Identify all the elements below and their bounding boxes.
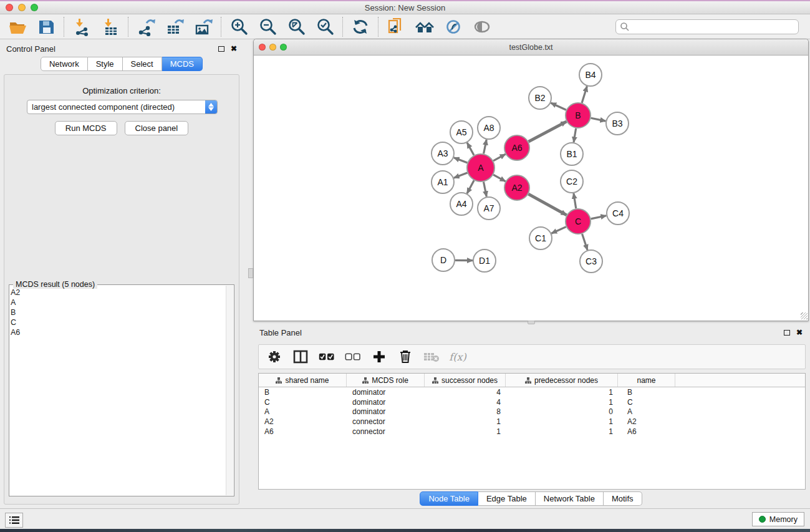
table-cell[interactable]: A6	[259, 427, 347, 436]
table-cell[interactable]: A	[259, 407, 347, 416]
show-graphics-details-icon[interactable]	[472, 17, 492, 37]
table-cell[interactable]: B	[259, 388, 347, 397]
column-header-MCDS-role[interactable]: MCDS role	[347, 374, 425, 387]
tab-motifs[interactable]: Motifs	[604, 491, 642, 506]
table-cell[interactable]: 4	[425, 388, 506, 397]
mcds-result-item[interactable]: B	[11, 307, 225, 317]
tab-style[interactable]: Style	[88, 57, 123, 71]
task-history-button[interactable]	[5, 513, 23, 528]
graph-node-A5[interactable]: A5	[450, 121, 473, 143]
tab-node-table[interactable]: Node Table	[420, 491, 478, 506]
table-cell[interactable]: 4	[425, 398, 506, 407]
optimization-select[interactable]: largest connected component (directed)	[27, 100, 218, 114]
network-titlebar[interactable]: testGlobe.txt	[254, 39, 808, 56]
table-cell[interactable]: dominator	[347, 388, 425, 397]
graph-edge-A2-C[interactable]	[528, 194, 566, 215]
column-header-shared-name[interactable]: shared name	[259, 374, 347, 387]
graph-node-B2[interactable]: B2	[529, 87, 551, 109]
export-table-icon[interactable]	[165, 17, 185, 37]
delete-column-icon[interactable]	[397, 349, 413, 365]
graph-node-B[interactable]: B	[566, 103, 591, 128]
table-cell[interactable]: connector	[347, 427, 425, 436]
graph-node-C4[interactable]: C4	[607, 202, 629, 225]
float-panel-icon[interactable]	[218, 46, 224, 52]
graph-node-C3[interactable]: C3	[580, 250, 602, 273]
table-cell[interactable]: 1	[506, 427, 618, 436]
column-header-predecessor-nodes[interactable]: predecessor nodes	[506, 374, 618, 387]
zoom-fit-icon[interactable]	[286, 17, 306, 37]
table-cell[interactable]: 1	[506, 388, 618, 397]
tab-edge-table[interactable]: Edge Table	[478, 491, 536, 506]
zoom-in-icon[interactable]	[229, 17, 249, 37]
table-row[interactable]: Adominator80A	[259, 407, 805, 417]
graph-edge-C-C4[interactable]	[591, 216, 607, 219]
close-table-panel-icon[interactable]: ✖	[796, 329, 803, 336]
mcds-result-item[interactable]: A6	[11, 327, 225, 337]
graph-edge-A-A8[interactable]	[484, 140, 487, 154]
graph-edge-B-B3[interactable]	[591, 118, 606, 121]
graph-node-D1[interactable]: D1	[473, 249, 496, 272]
close-panel-icon[interactable]: ✖	[231, 46, 237, 52]
mcds-result-item[interactable]: C	[11, 317, 225, 327]
column-header-successor-nodes[interactable]: successor nodes	[425, 374, 506, 387]
graph-edge-A-A2[interactable]	[493, 175, 505, 181]
first-neighbors-icon[interactable]	[415, 17, 435, 37]
deselect-all-icon[interactable]	[345, 349, 361, 365]
graph-node-C1[interactable]: C1	[529, 227, 552, 249]
import-network-icon[interactable]	[72, 17, 92, 37]
table-cell[interactable]: A2	[259, 417, 347, 426]
graph-node-D[interactable]: D	[432, 249, 455, 271]
function-builder-icon[interactable]: f(x)	[450, 349, 466, 365]
table-cell[interactable]: dominator	[347, 398, 425, 407]
mcds-result-item[interactable]: A2	[11, 288, 225, 297]
table-cell[interactable]: 1	[425, 417, 506, 426]
graph-edge-B-B1[interactable]	[574, 128, 576, 143]
close-panel-button[interactable]: Close panel	[125, 121, 189, 135]
tab-select[interactable]: Select	[123, 57, 162, 71]
graph-node-A7[interactable]: A7	[478, 197, 500, 220]
zoom-selected-icon[interactable]	[315, 17, 335, 37]
table-cell[interactable]: 1	[506, 417, 618, 426]
graph-edge-C-C3[interactable]	[582, 234, 588, 250]
add-column-icon[interactable]	[371, 349, 387, 365]
column-visibility-icon[interactable]	[292, 349, 309, 365]
graph-node-A1[interactable]: A1	[432, 171, 454, 193]
import-table-icon[interactable]	[100, 17, 120, 37]
run-mcds-button[interactable]: Run MCDS	[55, 121, 117, 135]
table-cell[interactable]: C	[259, 398, 347, 407]
mcds-result-item[interactable]: A	[11, 297, 225, 307]
new-network-from-selection-icon[interactable]	[386, 17, 406, 37]
main-titlebar[interactable]: Session: New Session	[0, 1, 810, 14]
memory-button[interactable]: Memory	[752, 512, 804, 526]
table-row[interactable]: A6connector11A6	[259, 427, 805, 437]
graph-edge-A-A1[interactable]	[454, 173, 468, 178]
graph-edge-C-C2[interactable]	[574, 193, 576, 208]
tab-network-table[interactable]: Network Table	[536, 491, 604, 506]
table-cell[interactable]: connector	[347, 417, 425, 426]
graph-edge-A-A5[interactable]	[467, 143, 474, 155]
table-row[interactable]: Cdominator41C	[259, 397, 805, 407]
table-cell[interactable]: A6	[618, 427, 675, 436]
table-cell[interactable]: B	[618, 388, 675, 397]
hide-graphics-details-icon[interactable]	[443, 17, 463, 37]
graph-edge-A-A7[interactable]	[484, 182, 487, 197]
tab-network[interactable]: Network	[41, 57, 88, 71]
graph-node-A4[interactable]: A4	[450, 193, 473, 215]
export-image-icon[interactable]	[193, 17, 213, 37]
graph-node-A6[interactable]: A6	[504, 135, 529, 160]
table-cell[interactable]: 8	[425, 407, 506, 416]
zoom-out-icon[interactable]	[258, 17, 277, 37]
graph-node-A[interactable]: A	[467, 154, 494, 181]
graph-edge-B-B2[interactable]	[551, 103, 566, 110]
graph-node-A3[interactable]: A3	[432, 142, 454, 165]
save-session-icon[interactable]	[36, 17, 56, 37]
table-row[interactable]: Bdominator41B	[259, 387, 805, 397]
window-resize-grip[interactable]	[801, 312, 808, 319]
graph-node-C2[interactable]: C2	[561, 170, 583, 193]
graph-edge-A-A4[interactable]	[467, 180, 474, 193]
table-cell[interactable]: C	[618, 398, 675, 407]
graph-edge-B-B4[interactable]	[582, 86, 587, 103]
table-row[interactable]: A2connector11A2	[259, 417, 805, 427]
tab-mcds[interactable]: MCDS	[162, 57, 203, 71]
column-header-name[interactable]: name	[618, 374, 675, 387]
